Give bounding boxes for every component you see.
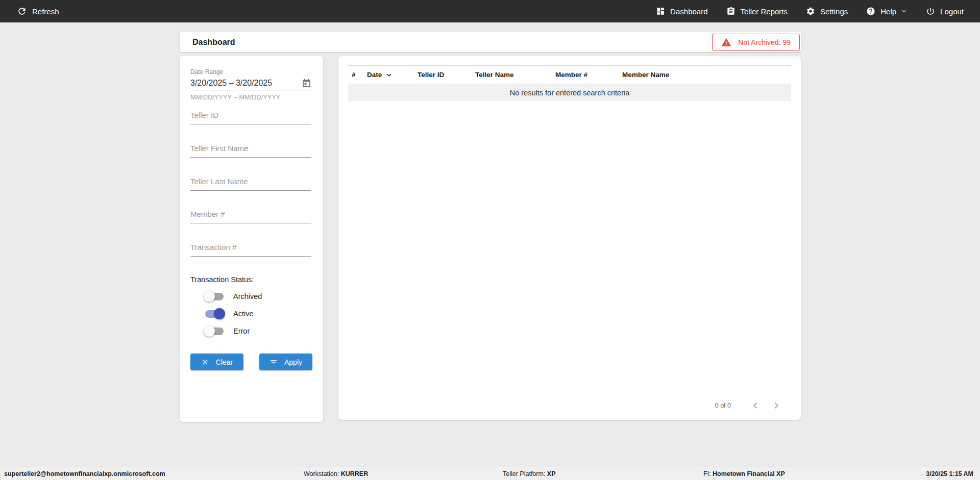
teller-platform-value: XP: [547, 470, 556, 477]
teller-platform-status: Teller Platform: XP: [503, 470, 556, 477]
column-header-teller-name[interactable]: Teller Name: [475, 71, 555, 79]
nav-dashboard[interactable]: Dashboard: [656, 7, 707, 16]
help-icon: [866, 7, 875, 16]
switch-thumb: [214, 308, 225, 319]
power-icon: [926, 7, 935, 16]
toggle-archived[interactable]: Archived: [205, 290, 262, 303]
financial-institution-status: FI: Hometown Financial XP: [703, 470, 785, 477]
page-title: Dashboard: [192, 38, 235, 47]
switch-thumb: [204, 291, 215, 302]
transaction-number-input[interactable]: [190, 243, 311, 257]
not-archived-badge-label: Not Archived: 99: [738, 38, 791, 46]
member-number-input[interactable]: [190, 210, 311, 223]
filter-actions: Clear Apply: [190, 353, 312, 370]
table-header-row: # Date Teller ID Teller Name Member # Me…: [348, 65, 791, 84]
active-switch[interactable]: [205, 310, 224, 318]
chevron-left-icon[interactable]: [749, 399, 762, 412]
nav-teller-reports[interactable]: Teller Reports: [726, 7, 788, 16]
status-bar: superteller2@hometownfinancialxp.onmicro…: [0, 467, 980, 480]
sort-desc-icon: [384, 70, 394, 80]
toggle-error[interactable]: Error: [205, 324, 250, 338]
empty-results-message: No results for entered search criteria: [348, 84, 791, 101]
nav-teller-reports-label: Teller Reports: [741, 7, 788, 16]
toggle-active[interactable]: Active: [205, 307, 254, 320]
switch-thumb: [204, 325, 215, 337]
close-icon: [201, 358, 209, 366]
clear-button-label: Clear: [216, 358, 233, 366]
status-datetime: 3/20/25 1:15 AM: [926, 470, 973, 477]
column-header-teller-id[interactable]: Teller ID: [418, 71, 475, 79]
teller-id-input[interactable]: [190, 111, 311, 124]
column-header-member-number[interactable]: Member #: [555, 71, 622, 79]
logged-in-user: superteller2@hometownfinancialxp.onmicro…: [4, 470, 165, 477]
app-root: Refresh Dashboard Teller Reports Setting…: [0, 0, 980, 480]
date-range-field: [190, 77, 311, 90]
column-header-date[interactable]: Date: [367, 70, 418, 80]
calendar-icon[interactable]: [302, 79, 311, 88]
apply-button-label: Apply: [284, 358, 302, 366]
refresh-icon: [17, 6, 27, 16]
error-switch[interactable]: [205, 327, 224, 335]
dashboard-icon: [656, 7, 665, 16]
fi-value: Hometown Financial XP: [713, 470, 785, 477]
column-header-index[interactable]: #: [352, 71, 367, 79]
nav-help-label: Help: [880, 7, 896, 16]
chevron-right-icon[interactable]: [770, 399, 782, 412]
pagination: 0 of 0: [715, 399, 782, 412]
apply-button[interactable]: Apply: [259, 353, 312, 370]
workstation-value: KURRER: [341, 470, 368, 477]
refresh-button[interactable]: Refresh: [17, 6, 59, 16]
refresh-label: Refresh: [32, 7, 59, 16]
workstation-label: Workstation:: [304, 470, 339, 477]
date-format-hint: MM/DD/YYYY – MM/DD/YYYY: [190, 94, 311, 101]
page-range-label: 0 of 0: [715, 402, 731, 409]
date-range-label: Date Range: [190, 68, 311, 75]
top-navbar: Refresh Dashboard Teller Reports Setting…: [0, 0, 980, 22]
filter-panel: Date Range MM/DD/YYYY – MM/DD/YYYY Trans…: [180, 56, 323, 422]
column-header-member-name[interactable]: Member Name: [622, 71, 791, 79]
fi-label: FI:: [703, 470, 711, 477]
filter-icon: [270, 358, 278, 366]
title-bar: Dashboard Not Archived: 99: [180, 32, 801, 52]
warning-icon: [721, 37, 731, 47]
gear-icon: [806, 7, 815, 16]
toggle-active-label: Active: [233, 310, 254, 318]
navbar-menu: Dashboard Teller Reports Settings Help L…: [656, 7, 964, 16]
results-table: # Date Teller ID Teller Name Member # Me…: [348, 65, 791, 101]
clipboard-icon: [726, 7, 736, 16]
not-archived-badge[interactable]: Not Archived: 99: [712, 34, 800, 51]
workstation-status: Workstation: KURRER: [304, 470, 368, 477]
archived-switch[interactable]: [205, 293, 224, 300]
toggle-archived-label: Archived: [233, 292, 262, 300]
nav-dashboard-label: Dashboard: [670, 7, 707, 16]
transaction-status-label: Transaction Status:: [190, 275, 311, 284]
date-range-input[interactable]: [190, 79, 302, 88]
nav-settings-label: Settings: [820, 7, 848, 16]
nav-logout[interactable]: Logout: [926, 7, 964, 16]
column-header-date-label: Date: [367, 71, 382, 79]
nav-help[interactable]: Help: [866, 7, 908, 16]
teller-last-name-input[interactable]: [190, 177, 311, 191]
teller-platform-label: Teller Platform:: [503, 470, 545, 477]
nav-logout-label: Logout: [940, 7, 964, 16]
clear-button[interactable]: Clear: [190, 353, 243, 370]
results-panel: # Date Teller ID Teller Name Member # Me…: [338, 56, 801, 420]
toggle-error-label: Error: [233, 327, 250, 335]
chevron-down-icon: [900, 8, 908, 15]
teller-first-name-input[interactable]: [190, 144, 311, 158]
nav-settings[interactable]: Settings: [806, 7, 848, 16]
